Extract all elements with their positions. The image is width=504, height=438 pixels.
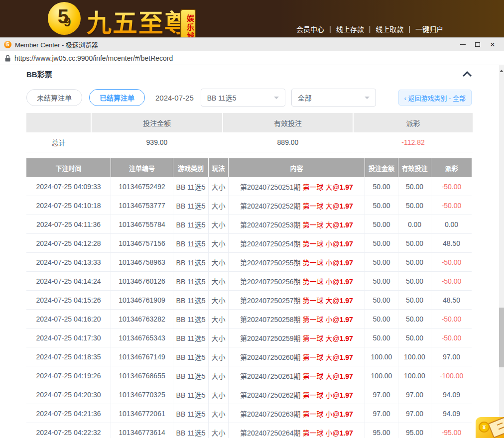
bet-id: 101346755784 <box>111 215 173 234</box>
bet-odds: 1.97 <box>340 353 353 361</box>
bet-id: 101346763282 <box>111 310 173 328</box>
bet-content: 第202407250264期 第一球 小@1.97 <box>229 423 365 438</box>
valid-amount: 97.00 <box>398 404 431 423</box>
bet-pick: 第一球 小@1.97 <box>303 276 353 286</box>
nav-link-deposit[interactable]: 线上存款 <box>336 24 364 34</box>
bet-amount: 50.00 <box>365 253 398 272</box>
summary-total-bet: 939.00 <box>92 132 222 152</box>
play-type: 大小 <box>209 310 229 328</box>
panel-title: BB彩票 <box>26 69 52 79</box>
ticket-icon <box>488 417 504 438</box>
bet-time: 2024-07-25 04:12:28 <box>26 234 111 253</box>
window-titlebar: 5 Member Center - 极速浏览器 × <box>0 37 504 51</box>
bet-time: 2024-07-25 04:21:36 <box>26 404 111 423</box>
game-select[interactable]: BB 11选5 <box>201 89 285 107</box>
play-type: 大小 <box>209 291 229 310</box>
settled-tab[interactable]: 已结算注单 <box>89 89 145 106</box>
caret-down-icon <box>274 97 279 102</box>
valid-amount: 50.00 <box>398 234 431 253</box>
bet-odds: 1.97 <box>340 334 353 342</box>
scrollbar-thumb[interactable] <box>499 308 504 367</box>
header-bet-id: 注单编号 <box>111 158 173 177</box>
bet-record-panel: BB彩票 未结算注单 已结算注单 2024-07-25 BB 11选5 全部 ‹… <box>26 65 472 438</box>
table-row: 2024-07-25 04:10:18 101346753777 BB 11选5… <box>26 196 472 215</box>
payout-amount: 94.09 <box>431 385 472 404</box>
address-bar[interactable]: https://www.jw05.cc:9900/infe/mcenter/#/… <box>0 51 504 65</box>
valid-amount: 100.00 <box>398 347 431 366</box>
game-category: BB 11选5 <box>173 253 209 272</box>
bet-odds: 1.97 <box>340 221 353 229</box>
play-type: 大小 <box>209 234 229 253</box>
bet-content: 第202407250259期 第一球 大@1.97 <box>229 328 365 347</box>
play-type: 大小 <box>209 347 229 366</box>
bet-time: 2024-07-25 04:11:36 <box>26 215 111 234</box>
bet-pick: 第一球 大@1.97 <box>303 219 353 229</box>
table-row: 2024-07-25 04:18:35 101346767149 BB 11选5… <box>26 347 472 366</box>
payout-amount: -50.00 <box>431 328 472 347</box>
nav-link-withdraw[interactable]: 线上取款 <box>376 24 403 34</box>
bet-amount: 50.00 <box>365 328 398 347</box>
unsettled-tab[interactable]: 未结算注单 <box>26 89 82 106</box>
nav-separator: | <box>408 25 410 33</box>
game-category: BB 11选5 <box>173 272 209 291</box>
bet-period: 第202407250256期 <box>240 276 300 286</box>
table-row: 2024-07-25 04:09:33 101346752492 BB 11选5… <box>26 177 472 196</box>
play-type: 大小 <box>209 272 229 291</box>
bet-table-body: 2024-07-25 04:09:33 101346752492 BB 11选5… <box>26 177 472 438</box>
game-category: BB 11选5 <box>173 291 209 310</box>
minimize-icon <box>460 44 466 45</box>
header-bet-time: 下注时间 <box>26 158 111 177</box>
game-category: BB 11选5 <box>173 196 209 215</box>
bet-odds: 1.97 <box>340 183 353 191</box>
bet-pick: 第一球 小@1.97 <box>303 428 353 438</box>
game-category: BB 11选5 <box>173 366 209 385</box>
game-category: BB 11选5 <box>173 404 209 423</box>
payout-amount: 94.09 <box>431 404 472 423</box>
brand-badge: 娱乐城 <box>180 9 196 37</box>
collapse-button[interactable] <box>462 70 473 78</box>
logo-glyph-9: 9 <box>64 14 71 30</box>
play-type: 大小 <box>209 177 229 196</box>
bet-content: 第202407250262期 第一球 小@1.97 <box>229 385 365 404</box>
bet-content: 第202407250252期 第一球 大@1.97 <box>229 196 365 215</box>
promo-float-button[interactable]: ¥ <box>476 417 504 438</box>
nav-link-one-key-transfer[interactable]: 一键归户 <box>415 24 443 34</box>
bet-odds: 1.97 <box>340 297 353 305</box>
game-category: BB 11选5 <box>173 310 209 328</box>
bet-id: 101346753777 <box>111 196 173 215</box>
bet-odds: 1.97 <box>340 278 353 286</box>
nav-link-member-center[interactable]: 会员中心 <box>296 24 324 34</box>
bet-id: 101346767149 <box>111 347 173 366</box>
maximize-button[interactable] <box>470 38 485 51</box>
summary-total-label: 总计 <box>26 132 91 152</box>
valid-amount: 50.00 <box>398 177 431 196</box>
payout-amount: -50.00 <box>431 196 472 215</box>
summary-header-row: 投注金额 有效投注 派彩 <box>26 113 472 132</box>
date-label[interactable]: 2024-07-25 <box>155 94 194 102</box>
minimize-button[interactable] <box>455 38 470 51</box>
bet-time: 2024-07-25 04:10:18 <box>26 196 111 215</box>
scroll-up-icon[interactable] <box>500 68 504 72</box>
table-row: 2024-07-25 04:21:36 101346772061 BB 11选5… <box>26 404 472 423</box>
back-to-category-button[interactable]: ‹ 返回游戏类别 - 全部 <box>398 90 472 106</box>
bet-content: 第202407250251期 第一球 大@1.97 <box>229 177 365 196</box>
scrollbar[interactable] <box>499 65 504 438</box>
bet-odds: 1.97 <box>340 391 353 399</box>
brand-banner: 5 9 九五至尊 娱乐城 会员中心 | 线上存款 | 线上取款 | 一键归户 <box>0 0 504 37</box>
lock-icon <box>5 55 10 62</box>
header-bet-amount: 投注金额 <box>365 158 398 177</box>
bet-time: 2024-07-25 04:22:32 <box>26 423 111 438</box>
play-type: 大小 <box>209 366 229 385</box>
scope-select[interactable]: 全部 <box>291 89 376 107</box>
game-category: BB 11选5 <box>173 385 209 404</box>
bet-pick: 第一球 小@1.97 <box>303 390 353 400</box>
payout-amount: 48.50 <box>431 291 472 310</box>
valid-amount: 0.00 <box>398 215 431 234</box>
close-button[interactable]: × <box>485 38 500 51</box>
valid-amount: 100.00 <box>398 366 431 385</box>
payout-amount: -50.00 <box>431 253 472 272</box>
bet-period: 第202407250259期 <box>240 333 300 343</box>
chevron-up-icon <box>462 70 473 78</box>
payout-amount: -50.00 <box>431 272 472 291</box>
table-row: 2024-07-25 04:20:30 101346770325 BB 11选5… <box>26 385 472 404</box>
